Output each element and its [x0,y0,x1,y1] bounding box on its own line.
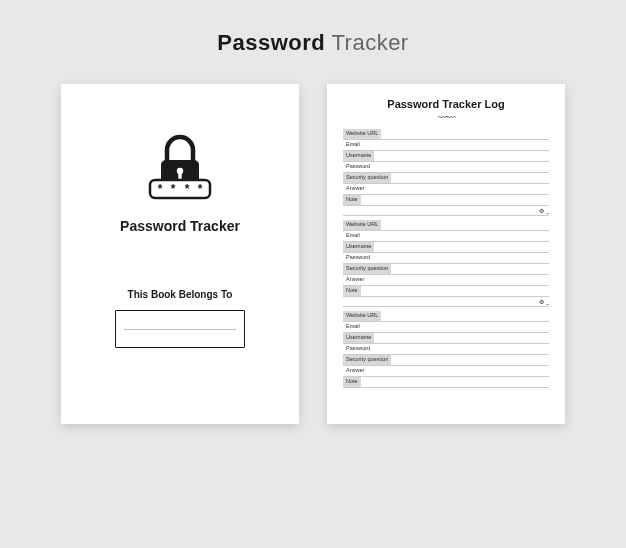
cover-page: * * * * Password Tracker This Book Belon… [61,84,299,424]
field-label-website: Website URL [343,220,381,229]
field-label-note: Note [343,286,361,295]
pages-container: * * * * Password Tracker This Book Belon… [61,84,565,424]
field-label-email: Email [343,231,363,240]
log-title: Password Tracker Log [343,98,549,110]
main-title: Password Tracker [217,30,408,56]
gear-icon: ⚙ [539,298,544,305]
cover-title: Password Tracker [120,218,240,234]
entry-block: Website URL Email Username Password Secu… [343,129,549,216]
gear-icon: ⚙ [539,207,544,214]
field-label-note: Note [343,195,361,204]
field-label-email: Email [343,140,363,149]
log-page: Password Tracker Log 〰〰 Website URL Emai… [327,84,565,424]
svg-text:*: * [171,182,176,196]
field-label-password: Password [343,162,373,171]
entry-block: Website URL Email Username Password Secu… [343,311,549,388]
field-label-note: Note [343,377,361,386]
title-bold: Password [217,30,325,55]
field-label-answer: Answer [343,275,367,284]
svg-text:*: * [158,182,163,196]
divider-icon: ⎯ [546,208,549,214]
field-label-password: Password [343,344,373,353]
owner-name-box [115,310,245,348]
field-label-security: Security question [343,173,391,182]
field-label-password: Password [343,253,373,262]
lock-icon: * * * * [145,132,215,208]
svg-text:*: * [185,182,190,196]
entry-block: Website URL Email Username Password Secu… [343,220,549,307]
field-label-security: Security question [343,264,391,273]
field-label-answer: Answer [343,184,367,193]
field-label-username: Username [343,333,374,342]
entry-footer: ⚙⎯ [343,206,549,216]
field-label-username: Username [343,242,374,251]
belongs-label: This Book Belongs To [128,289,233,300]
decorative-swirl: 〰〰 [343,112,549,123]
field-label-answer: Answer [343,366,367,375]
field-label-security: Security question [343,355,391,364]
field-label-email: Email [343,322,363,331]
svg-text:*: * [198,182,203,196]
entry-footer: ⚙⎯ [343,297,549,307]
field-label-website: Website URL [343,311,381,320]
title-light: Tracker [331,30,408,55]
divider-icon: ⎯ [546,299,549,305]
field-label-website: Website URL [343,129,381,138]
field-label-username: Username [343,151,374,160]
